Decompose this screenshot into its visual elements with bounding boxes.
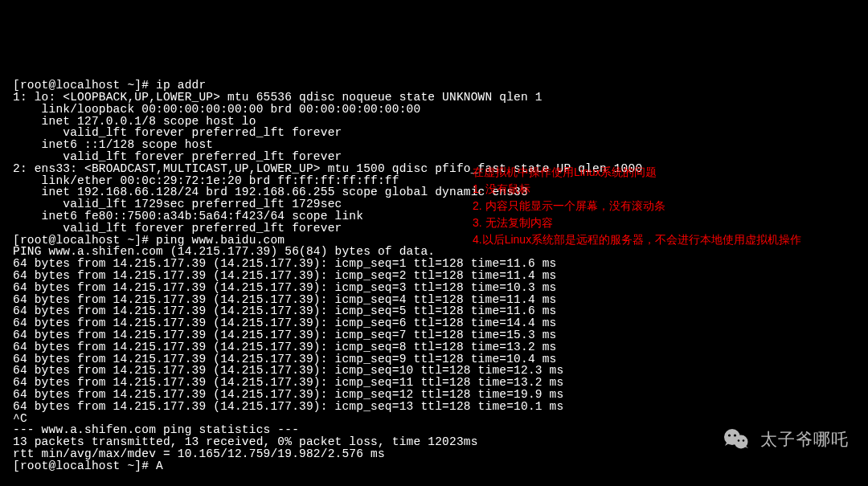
- terminal-output[interactable]: [root@localhost ~]# ip addr 1: lo: <LOOP…: [0, 47, 868, 484]
- annotation-item: 1. 没有鼠标: [473, 181, 801, 198]
- svg-point-3: [734, 434, 736, 436]
- annotation-item: 2. 内容只能显示一个屏幕，没有滚动条: [473, 198, 801, 214]
- watermark: 太子爷哪吒: [722, 425, 849, 454]
- annotation-item: 3. 无法复制内容: [473, 214, 801, 231]
- svg-point-2: [728, 434, 731, 436]
- svg-point-5: [743, 439, 745, 442]
- annotation-overlay: 在虚拟机中操作使用Linux系统的问题 1. 没有鼠标 2. 内容只能显示一个屏…: [473, 164, 801, 248]
- svg-point-4: [738, 439, 740, 442]
- annotation-item: 4.以后Linux系统部是远程的服务器，不会进行本地使用虚拟机操作: [473, 231, 801, 248]
- watermark-text: 太子爷哪吒: [760, 434, 849, 446]
- annotation-title: 在虚拟机中操作使用Linux系统的问题: [473, 164, 801, 181]
- wechat-icon: [722, 425, 751, 454]
